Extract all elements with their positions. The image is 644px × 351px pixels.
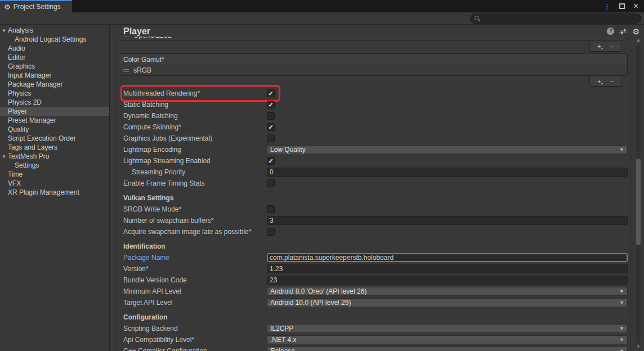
list-item-label: OpenGLES2 (133, 37, 172, 39)
field-version[interactable] (267, 264, 628, 273)
remove-button[interactable]: − (610, 43, 614, 50)
presets-icon[interactable] (619, 28, 627, 35)
search-input[interactable] (480, 15, 641, 22)
field-package-name[interactable] (267, 253, 628, 262)
help-icon[interactable]: ? (607, 28, 614, 35)
checkbox-enable-frame-timing-stats[interactable] (267, 179, 275, 187)
checkbox-multithreaded-rendering[interactable]: ✓ (267, 89, 275, 97)
setting-label: Api Compatibility Level* (123, 336, 267, 344)
setting-row-minimum-api-level: Minimum API LevelAndroid 8.0 'Oreo' (API… (117, 286, 630, 297)
dropdown-value: .NET 4.x (270, 336, 619, 344)
sidebar-item-label: Quality (8, 125, 29, 133)
checkbox-dynamic-batching[interactable] (267, 112, 275, 120)
setting-row-multithreaded-rendering: Multithreaded Rendering*✓ (117, 88, 630, 99)
checkbox-graphics-jobs-experimental[interactable] (267, 134, 275, 142)
sidebar-item-graphics[interactable]: Graphics (0, 62, 109, 71)
scroll-up-arrow-icon[interactable]: ▲ (634, 37, 643, 44)
sidebar: ▼AnalysisAndroid Logcat SettingsAudioEdi… (0, 25, 110, 351)
sidebar-item-script-execution-order[interactable]: Script Execution Order (0, 134, 109, 143)
vertical-scrollbar[interactable]: ▲ ▼ (634, 37, 643, 351)
close-icon[interactable]: × (633, 2, 638, 11)
setting-label: Compute Skinning* (123, 123, 267, 131)
section-title: Identification (123, 242, 166, 250)
field-number-of-swapchain-buffers[interactable] (267, 216, 628, 225)
sidebar-item-physics-2d[interactable]: Physics 2D (0, 98, 109, 107)
sidebar-item-physics[interactable]: Physics (0, 89, 109, 98)
sidebar-item-analysis[interactable]: ▼Analysis (0, 26, 109, 35)
setting-label: SRGB Write Mode* (123, 205, 267, 213)
add-button[interactable]: +▾ (597, 43, 603, 50)
project-settings-window: ⚙ Project Settings ⋮ × ▼AnalysisAndroid … (0, 0, 644, 351)
sidebar-item-xr-plugin-management[interactable]: XR Plugin Management (0, 188, 109, 197)
checkbox-acquire-swapchain-image-late-as-possible[interactable] (267, 228, 275, 236)
sidebar-item-label: Time (8, 170, 23, 178)
tab-project-settings[interactable]: ⚙ Project Settings (0, 0, 72, 12)
drag-handle-icon[interactable] (123, 69, 129, 72)
setting-label: Multithreaded Rendering* (123, 89, 267, 97)
dropdown-scripting-backend[interactable]: IL2CPP▼ (267, 324, 628, 333)
setting-row-static-batching: Static Batching✓ (117, 99, 630, 110)
setting-control: ✓ (267, 101, 628, 109)
dropdown-api-compatibility-level[interactable]: .NET 4.x▼ (267, 335, 628, 344)
sidebar-item-label: Package Manager (8, 80, 62, 88)
window-controls: ⋮ × (603, 0, 644, 12)
sidebar-item-settings[interactable]: Settings (0, 161, 109, 170)
checkbox-lightmap-streaming-enabled[interactable]: ✓ (267, 157, 275, 165)
list-item-opengles2[interactable]: OpenGLES2 (119, 37, 628, 41)
remove-button[interactable]: − (610, 78, 614, 85)
sidebar-item-textmesh-pro[interactable]: ▼TextMesh Pro (0, 152, 109, 161)
list-buttons: +▾− (589, 42, 622, 52)
mini-caret-icon: ▾ (601, 82, 603, 86)
setting-control: .NET 4.x▼ (267, 335, 628, 344)
field-streaming-priority[interactable] (267, 168, 628, 177)
chevron-down-icon: ▼ (619, 348, 624, 351)
dropdown-target-api-level[interactable]: Android 10.0 (API level 29)▼ (267, 298, 628, 307)
sidebar-item-tags-and-layers[interactable]: Tags and Layers (0, 143, 109, 152)
dropdown-c-compiler-configuration[interactable]: Release▼ (267, 346, 628, 351)
foldout-triangle-icon[interactable]: ▼ (0, 28, 8, 33)
drag-handle-icon[interactable] (123, 37, 129, 37)
page-title: Player (123, 26, 150, 37)
scroll-down-arrow-icon[interactable]: ▼ (634, 343, 643, 351)
sidebar-item-preset-manager[interactable]: Preset Manager (0, 116, 109, 125)
search-box[interactable] (470, 14, 641, 24)
setting-row-acquire-swapchain-image-late-as-possible: Acquire swapchain image late as possible… (117, 226, 630, 237)
setting-control: Android 8.0 'Oreo' (API level 26)▼ (267, 287, 628, 296)
checkbox-srgb-write-mode[interactable] (267, 205, 275, 213)
sidebar-item-time[interactable]: Time (0, 170, 109, 179)
dropdown-lightmap-encoding[interactable]: Low Quality▼ (267, 145, 628, 154)
sidebar-item-editor[interactable]: Editor (0, 53, 109, 62)
sidebar-item-player[interactable]: Player (0, 107, 109, 116)
field-bundle-version-code[interactable] (267, 276, 628, 285)
plus-icon: + (597, 78, 601, 86)
settings-rows: Multithreaded Rendering*✓Static Batching… (117, 88, 630, 351)
checkbox-compute-skinning[interactable]: ✓ (267, 123, 275, 131)
sidebar-item-android-logcat-settings[interactable]: Android Logcat Settings (0, 35, 109, 44)
sidebar-item-label: Physics (8, 89, 31, 97)
scrollbar-thumb[interactable] (636, 159, 641, 245)
tab-title: Project Settings (14, 3, 61, 11)
sidebar-item-quality[interactable]: Quality (0, 125, 109, 134)
foldout-triangle-icon[interactable]: ▼ (0, 154, 8, 159)
menu-kebab-icon[interactable]: ⋮ (603, 2, 611, 11)
sidebar-item-label: Input Manager (8, 71, 51, 79)
setting-label: Version* (123, 265, 267, 273)
sidebar-item-package-manager[interactable]: Package Manager (0, 80, 109, 89)
setting-label: Acquire swapchain image late as possible… (123, 228, 267, 236)
chevron-down-icon: ▼ (619, 147, 624, 152)
maximize-icon[interactable] (619, 3, 625, 9)
sidebar-item-vfx[interactable]: VFX (0, 179, 109, 188)
setting-control (267, 205, 628, 213)
dropdown-minimum-api-level[interactable]: Android 8.0 'Oreo' (API level 26)▼ (267, 287, 628, 296)
checkbox-static-batching[interactable]: ✓ (267, 101, 275, 109)
content-area: ▼AnalysisAndroid Logcat SettingsAudioEdi… (0, 25, 644, 351)
dropdown-value: Low Quality (270, 146, 619, 154)
sidebar-item-input-manager[interactable]: Input Manager (0, 71, 109, 80)
setting-control: Release▼ (267, 346, 628, 351)
setting-label: Package Name (123, 254, 267, 262)
list-item-srgb[interactable]: sRGB (119, 65, 628, 76)
add-button[interactable]: +▾ (597, 78, 603, 85)
sidebar-item-label: Tags and Layers (8, 143, 57, 151)
sidebar-item-audio[interactable]: Audio (0, 44, 109, 53)
settings-gear-icon[interactable]: ⚙ (632, 28, 639, 35)
